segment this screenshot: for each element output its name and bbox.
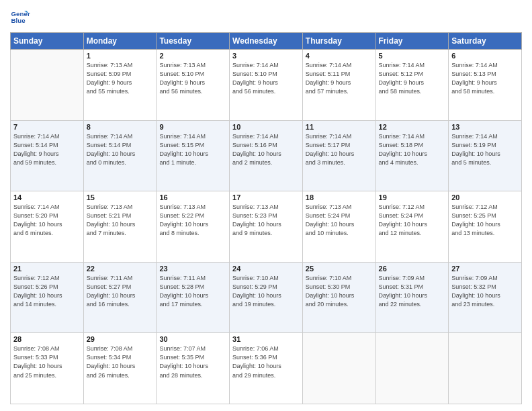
weekday-header-saturday: Saturday [449,33,522,50]
day-number: 22 [87,265,154,273]
day-number: 12 [379,123,446,131]
day-number: 6 [451,52,519,60]
weekday-header-wednesday: Wednesday [230,33,303,50]
day-number: 10 [232,123,300,131]
calendar-cell: 3Sunrise: 7:14 AM Sunset: 5:10 PM Daylig… [230,50,303,121]
day-number: 24 [232,265,300,273]
calendar-cell: 20Sunrise: 7:12 AM Sunset: 5:25 PM Dayli… [449,191,522,263]
day-info: Sunrise: 7:13 AM Sunset: 5:09 PM Dayligh… [87,61,154,96]
day-info: Sunrise: 7:12 AM Sunset: 5:26 PM Dayligh… [13,274,81,309]
page: General Blue SundayMondayTuesdayWednesda… [0,0,532,411]
calendar-cell: 19Sunrise: 7:12 AM Sunset: 5:24 PM Dayli… [375,191,449,263]
calendar-cell: 21Sunrise: 7:12 AM Sunset: 5:26 PM Dayli… [11,262,84,333]
day-number: 31 [232,335,300,343]
day-number: 21 [13,265,81,273]
logo: General Blue [10,7,30,27]
day-info: Sunrise: 7:06 AM Sunset: 5:36 PM Dayligh… [232,345,300,379]
calendar-cell: 31Sunrise: 7:06 AM Sunset: 5:36 PM Dayli… [230,333,303,404]
day-info: Sunrise: 7:14 AM Sunset: 5:14 PM Dayligh… [13,132,81,167]
calendar-cell [302,333,375,404]
day-number: 11 [306,123,373,131]
day-info: Sunrise: 7:14 AM Sunset: 5:11 PM Dayligh… [306,61,373,96]
day-info: Sunrise: 7:14 AM Sunset: 5:20 PM Dayligh… [13,203,81,238]
day-number: 15 [87,193,154,201]
day-info: Sunrise: 7:14 AM Sunset: 5:16 PM Dayligh… [232,132,300,167]
calendar-cell: 25Sunrise: 7:10 AM Sunset: 5:30 PM Dayli… [302,262,375,333]
calendar-cell: 30Sunrise: 7:07 AM Sunset: 5:35 PM Dayli… [157,333,230,404]
week-row-1: 1Sunrise: 7:13 AM Sunset: 5:09 PM Daylig… [11,50,522,121]
day-number: 13 [451,123,519,131]
day-info: Sunrise: 7:14 AM Sunset: 5:18 PM Dayligh… [379,132,446,167]
day-info: Sunrise: 7:14 AM Sunset: 5:17 PM Dayligh… [306,132,373,167]
weekday-header-tuesday: Tuesday [157,33,230,50]
calendar-cell: 15Sunrise: 7:13 AM Sunset: 5:21 PM Dayli… [83,191,157,263]
day-number: 27 [451,265,519,273]
day-info: Sunrise: 7:09 AM Sunset: 5:31 PM Dayligh… [379,274,446,309]
day-number: 26 [379,265,446,273]
calendar-cell: 10Sunrise: 7:14 AM Sunset: 5:16 PM Dayli… [230,120,303,191]
calendar-cell: 2Sunrise: 7:13 AM Sunset: 5:10 PM Daylig… [157,50,230,121]
day-number: 2 [159,52,226,60]
day-info: Sunrise: 7:11 AM Sunset: 5:28 PM Dayligh… [159,274,226,309]
calendar-cell: 18Sunrise: 7:13 AM Sunset: 5:24 PM Dayli… [302,191,375,263]
weekday-header-friday: Friday [375,33,449,50]
calendar-cell [11,50,84,121]
day-info: Sunrise: 7:14 AM Sunset: 5:10 PM Dayligh… [232,61,300,96]
day-number: 5 [379,52,446,60]
day-info: Sunrise: 7:14 AM Sunset: 5:19 PM Dayligh… [451,132,519,167]
calendar-cell: 7Sunrise: 7:14 AM Sunset: 5:14 PM Daylig… [11,120,84,191]
svg-text:General: General [11,10,31,17]
day-info: Sunrise: 7:07 AM Sunset: 5:35 PM Dayligh… [159,345,226,379]
day-number: 28 [13,335,81,343]
day-info: Sunrise: 7:10 AM Sunset: 5:29 PM Dayligh… [232,274,300,309]
calendar-cell: 6Sunrise: 7:14 AM Sunset: 5:13 PM Daylig… [449,50,522,121]
day-number: 19 [379,193,446,201]
day-info: Sunrise: 7:12 AM Sunset: 5:25 PM Dayligh… [451,203,519,238]
day-number: 8 [87,123,154,131]
day-info: Sunrise: 7:13 AM Sunset: 5:21 PM Dayligh… [87,203,154,238]
day-number: 4 [306,52,373,60]
day-info: Sunrise: 7:13 AM Sunset: 5:10 PM Dayligh… [159,61,226,96]
weekday-header-monday: Monday [83,33,157,50]
week-row-2: 7Sunrise: 7:14 AM Sunset: 5:14 PM Daylig… [11,120,522,191]
week-row-3: 14Sunrise: 7:14 AM Sunset: 5:20 PM Dayli… [11,191,522,263]
day-info: Sunrise: 7:08 AM Sunset: 5:34 PM Dayligh… [87,345,154,379]
day-info: Sunrise: 7:09 AM Sunset: 5:32 PM Dayligh… [451,274,519,309]
day-info: Sunrise: 7:14 AM Sunset: 5:13 PM Dayligh… [451,61,519,96]
weekday-header-row: SundayMondayTuesdayWednesdayThursdayFrid… [11,33,522,50]
calendar-cell: 14Sunrise: 7:14 AM Sunset: 5:20 PM Dayli… [11,191,84,263]
logo-icon: General Blue [10,7,30,27]
calendar-cell: 5Sunrise: 7:14 AM Sunset: 5:12 PM Daylig… [375,50,449,121]
header: General Blue [10,7,522,27]
day-info: Sunrise: 7:13 AM Sunset: 5:23 PM Dayligh… [232,203,300,238]
day-number: 18 [306,193,373,201]
day-info: Sunrise: 7:14 AM Sunset: 5:15 PM Dayligh… [159,132,226,167]
calendar-cell: 9Sunrise: 7:14 AM Sunset: 5:15 PM Daylig… [157,120,230,191]
day-number: 25 [306,265,373,273]
day-info: Sunrise: 7:13 AM Sunset: 5:24 PM Dayligh… [306,203,373,238]
calendar-cell: 23Sunrise: 7:11 AM Sunset: 5:28 PM Dayli… [157,262,230,333]
week-row-4: 21Sunrise: 7:12 AM Sunset: 5:26 PM Dayli… [11,262,522,333]
calendar-cell: 17Sunrise: 7:13 AM Sunset: 5:23 PM Dayli… [230,191,303,263]
day-info: Sunrise: 7:14 AM Sunset: 5:12 PM Dayligh… [379,61,446,96]
calendar-cell: 13Sunrise: 7:14 AM Sunset: 5:19 PM Dayli… [449,120,522,191]
calendar-cell: 26Sunrise: 7:09 AM Sunset: 5:31 PM Dayli… [375,262,449,333]
day-info: Sunrise: 7:10 AM Sunset: 5:30 PM Dayligh… [306,274,373,309]
day-number: 16 [159,193,226,201]
calendar-cell: 24Sunrise: 7:10 AM Sunset: 5:29 PM Dayli… [230,262,303,333]
day-info: Sunrise: 7:08 AM Sunset: 5:33 PM Dayligh… [13,345,81,379]
day-number: 7 [13,123,81,131]
weekday-header-sunday: Sunday [11,33,84,50]
calendar-cell [375,333,449,404]
calendar-cell: 29Sunrise: 7:08 AM Sunset: 5:34 PM Dayli… [83,333,157,404]
weekday-header-thursday: Thursday [302,33,375,50]
week-row-5: 28Sunrise: 7:08 AM Sunset: 5:33 PM Dayli… [11,333,522,404]
day-number: 3 [232,52,300,60]
calendar-cell: 1Sunrise: 7:13 AM Sunset: 5:09 PM Daylig… [83,50,157,121]
day-info: Sunrise: 7:14 AM Sunset: 5:14 PM Dayligh… [87,132,154,167]
calendar-cell: 11Sunrise: 7:14 AM Sunset: 5:17 PM Dayli… [302,120,375,191]
calendar-cell: 8Sunrise: 7:14 AM Sunset: 5:14 PM Daylig… [83,120,157,191]
day-info: Sunrise: 7:11 AM Sunset: 5:27 PM Dayligh… [87,274,154,309]
day-number: 29 [87,335,154,343]
calendar-cell: 16Sunrise: 7:13 AM Sunset: 5:22 PM Dayli… [157,191,230,263]
